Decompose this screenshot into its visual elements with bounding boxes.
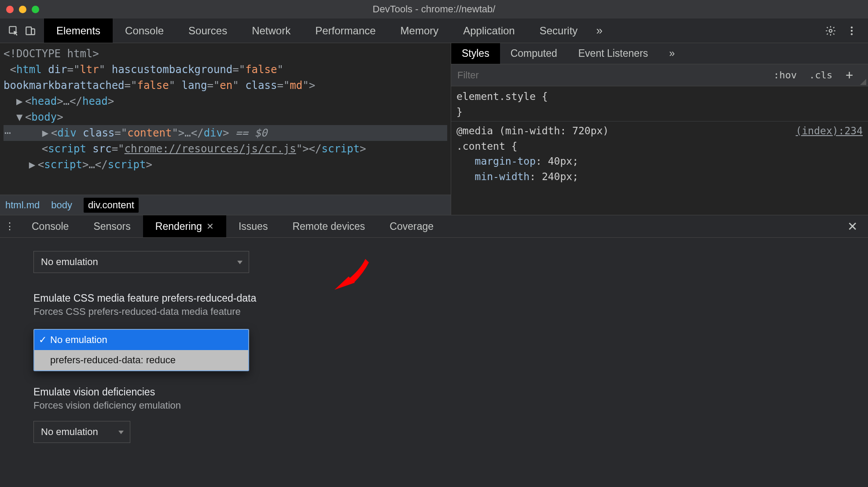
css-property[interactable]: margin-top: [475, 155, 536, 167]
option-label: prefers-reduced-data: reduce: [50, 354, 176, 366]
svg-point-5: [851, 30, 853, 31]
window-titlebar: DevTools - chrome://newtab/: [0, 0, 868, 18]
styles-tab-computed[interactable]: Computed: [500, 43, 568, 64]
vision-deficiencies-subtitle: Forces vision deficiency emulation: [33, 400, 868, 411]
dom-selected-node[interactable]: ▶<div class="content">…</div> == $0: [4, 125, 447, 141]
tab-label: Sources: [188, 25, 227, 37]
tab-label: Rendering: [155, 221, 202, 232]
tab-elements[interactable]: Elements: [44, 18, 113, 43]
styles-panel: Styles Computed Event Listeners » :hov .…: [451, 43, 868, 215]
css-media: @media (min-width: 720px): [456, 125, 609, 137]
dom-tree[interactable]: <!DOCTYPE html> <html dir="ltr" hascusto…: [0, 43, 451, 195]
window-zoom-button[interactable]: [32, 6, 39, 13]
tab-label: Remote devices: [292, 221, 365, 232]
dom-breadcrumb: html.md body div.content: [0, 195, 451, 215]
css-value[interactable]: 40px: [548, 155, 572, 167]
tab-network[interactable]: Network: [239, 18, 303, 43]
tab-label: Computed: [511, 48, 557, 59]
drawer-tab-console[interactable]: Console: [19, 215, 81, 237]
settings-icon[interactable]: [825, 25, 836, 37]
svg-rect-2: [31, 29, 35, 34]
tab-label: Console: [32, 221, 69, 232]
styles-filter-input[interactable]: [451, 70, 767, 81]
window-close-button[interactable]: [6, 6, 14, 13]
tab-memory[interactable]: Memory: [388, 18, 451, 43]
tab-label: Issues: [239, 221, 268, 232]
tab-label: Event Listeners: [578, 48, 648, 59]
drawer-tab-coverage[interactable]: Coverage: [377, 215, 446, 237]
tab-label: Security: [540, 25, 578, 37]
drawer-tab-strip: ⋮ Console Sensors Rendering ✕ Issues Rem…: [0, 215, 868, 238]
dom-eq-token: == $0: [229, 127, 267, 139]
breadcrumb-item[interactable]: body: [51, 199, 72, 211]
prefers-reduced-data-subtitle: Forces CSS prefers-reduced-data media fe…: [33, 306, 868, 317]
vision-deficiencies-select[interactable]: No emulation: [33, 421, 130, 443]
chevron-double-right-icon: »: [596, 24, 602, 37]
device-toolbar-icon[interactable]: [25, 25, 36, 37]
prefers-reduced-data-title: Emulate CSS media feature prefers-reduce…: [33, 292, 868, 304]
tab-security[interactable]: Security: [527, 18, 590, 43]
breadcrumb-item[interactable]: html.md: [5, 199, 40, 211]
css-property[interactable]: min-width: [475, 171, 530, 182]
tab-sources[interactable]: Sources: [176, 18, 239, 43]
select-value: No emulation: [41, 256, 98, 268]
window-minimize-button[interactable]: [19, 6, 26, 13]
resize-corner-icon[interactable]: [860, 79, 866, 85]
svg-point-6: [851, 33, 853, 35]
tab-label: Application: [463, 25, 515, 37]
css-value[interactable]: 240px: [542, 171, 572, 182]
toggle-cls-button[interactable]: .cls: [803, 70, 839, 81]
chevron-double-right-icon: »: [669, 48, 675, 59]
new-style-rule-button[interactable]: +: [839, 68, 860, 82]
tab-label: Memory: [401, 25, 439, 37]
tabs-overflow-button[interactable]: »: [590, 18, 608, 43]
tab-label: Console: [125, 25, 164, 37]
tab-label: Performance: [315, 25, 375, 37]
tab-performance[interactable]: Performance: [303, 18, 388, 43]
tab-application[interactable]: Application: [451, 18, 527, 43]
tab-label: Network: [252, 25, 291, 37]
option-label: No emulation: [50, 334, 107, 346]
styles-tab-event-listeners[interactable]: Event Listeners: [568, 43, 659, 64]
drawer-tab-rendering[interactable]: Rendering ✕: [143, 215, 226, 237]
close-icon[interactable]: ✕: [206, 221, 214, 232]
annotation-arrow-icon: [335, 255, 370, 299]
drawer-close-button[interactable]: ✕: [847, 219, 857, 234]
dropdown-option[interactable]: prefers-reduced-data: reduce: [34, 350, 248, 370]
drawer-menu-button[interactable]: ⋮: [0, 215, 19, 237]
inspect-element-icon[interactable]: [8, 25, 19, 37]
tab-label: Coverage: [390, 221, 434, 232]
tab-label: Elements: [56, 25, 100, 37]
select-value: No emulation: [41, 426, 98, 438]
css-selector[interactable]: element.style {: [456, 91, 548, 102]
kebab-menu-icon[interactable]: [846, 25, 857, 37]
main-tab-strip: Elements Console Sources Network Perform…: [0, 18, 868, 43]
dom-doctype: <!DOCTYPE html>: [4, 48, 99, 60]
css-selector[interactable]: .content {: [456, 140, 517, 152]
dropdown-option[interactable]: No emulation: [34, 330, 248, 350]
css-source-link[interactable]: (index):234: [796, 123, 863, 139]
toggle-hov-button[interactable]: :hov: [767, 70, 803, 81]
vision-deficiencies-title: Emulate vision deficiencies: [33, 386, 868, 398]
tab-label: Styles: [462, 48, 489, 59]
tab-label: Sensors: [93, 221, 130, 232]
svg-rect-1: [26, 27, 31, 34]
drawer-tab-sensors[interactable]: Sensors: [81, 215, 143, 237]
rendering-panel: No emulation Emulate CSS media feature p…: [0, 238, 868, 484]
svg-point-4: [851, 26, 853, 28]
tab-console[interactable]: Console: [113, 18, 176, 43]
styles-tab-overflow[interactable]: »: [658, 43, 685, 64]
emulate-media-select[interactable]: No emulation: [33, 251, 249, 273]
drawer-tab-remote-devices[interactable]: Remote devices: [280, 215, 377, 237]
window-title: DevTools - chrome://newtab/: [0, 4, 868, 15]
css-brace: }: [456, 106, 463, 118]
styles-tab-styles[interactable]: Styles: [451, 43, 500, 64]
breadcrumb-item-current[interactable]: div.content: [84, 198, 139, 213]
svg-point-3: [829, 29, 832, 32]
prefers-reduced-data-dropdown[interactable]: No emulation prefers-reduced-data: reduc…: [33, 329, 249, 371]
traffic-lights: [6, 6, 39, 13]
drawer-tab-issues[interactable]: Issues: [226, 215, 280, 237]
dom-tree-panel: <!DOCTYPE html> <html dir="ltr" hascusto…: [0, 43, 451, 215]
